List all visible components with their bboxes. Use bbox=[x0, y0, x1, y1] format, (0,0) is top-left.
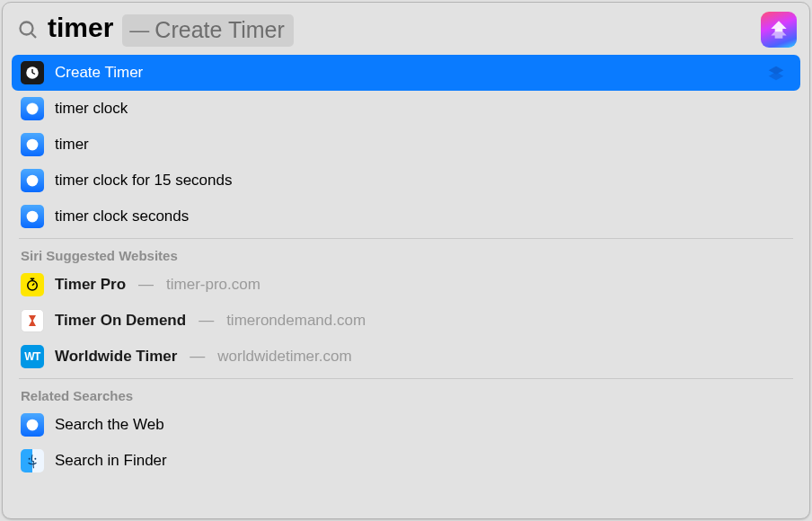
shortcuts-app-icon[interactable] bbox=[761, 12, 797, 48]
result-label: timer clock for 15 seconds bbox=[55, 172, 232, 190]
clock-icon bbox=[21, 61, 44, 84]
divider bbox=[19, 378, 793, 379]
result-suggestion[interactable]: timer clock seconds bbox=[12, 199, 800, 234]
result-website[interactable]: WT Worldwide Timer — worldwidetimer.com bbox=[12, 339, 800, 375]
dash: — bbox=[190, 348, 205, 366]
result-create-timer[interactable]: Create Timer bbox=[12, 55, 800, 91]
results-list: Create Timer timer clock timer bbox=[3, 55, 809, 518]
search-completion-pill[interactable]: — Create Timer bbox=[122, 14, 293, 47]
safari-icon bbox=[21, 413, 44, 437]
result-website[interactable]: Timer Pro — timer-pro.com bbox=[12, 267, 800, 303]
svg-line-1 bbox=[31, 33, 36, 38]
result-label: Create Timer bbox=[55, 64, 143, 82]
safari-icon bbox=[21, 169, 44, 192]
result-label: timer clock bbox=[55, 100, 128, 118]
hourglass-icon bbox=[21, 309, 44, 332]
completion-label: Create Timer bbox=[154, 17, 284, 43]
search-icon bbox=[15, 17, 40, 42]
svg-point-9 bbox=[27, 211, 39, 223]
website-domain: worldwidetimer.com bbox=[217, 348, 351, 366]
section-header-websites: Siri Suggested Websites bbox=[12, 243, 800, 267]
dash: — bbox=[138, 276, 154, 294]
safari-icon bbox=[21, 97, 44, 120]
website-domain: timer-pro.com bbox=[166, 276, 260, 294]
svg-line-13 bbox=[32, 284, 34, 286]
svg-point-14 bbox=[27, 419, 39, 431]
svg-point-15 bbox=[29, 458, 31, 460]
dash: — bbox=[199, 312, 214, 330]
result-label: timer clock seconds bbox=[55, 208, 189, 225]
result-suggestion[interactable]: timer clock bbox=[12, 91, 800, 127]
shortcuts-layers-icon bbox=[766, 63, 786, 83]
section-header-related: Related Searches bbox=[12, 383, 800, 407]
safari-icon bbox=[21, 133, 44, 156]
website-title: Worldwide Timer bbox=[55, 348, 177, 366]
wt-icon: WT bbox=[21, 345, 44, 368]
svg-point-16 bbox=[34, 458, 36, 460]
finder-icon bbox=[21, 449, 44, 472]
website-domain: timerondemand.com bbox=[226, 312, 366, 330]
divider bbox=[19, 238, 793, 239]
website-title: Timer On Demend bbox=[55, 312, 186, 330]
search-input-wrap[interactable]: timer — Create Timer bbox=[48, 13, 752, 48]
spotlight-window: timer — Create Timer Create Timer bbox=[2, 2, 810, 519]
svg-point-8 bbox=[27, 175, 39, 187]
search-bar: timer — Create Timer bbox=[3, 3, 809, 55]
result-search-web[interactable]: Search the Web bbox=[12, 407, 800, 443]
stopwatch-icon bbox=[21, 273, 44, 296]
result-label: Search in Finder bbox=[55, 452, 167, 470]
website-title: Timer Pro bbox=[55, 276, 126, 294]
result-suggestion[interactable]: timer clock for 15 seconds bbox=[12, 163, 800, 199]
safari-icon bbox=[21, 205, 44, 228]
result-suggestion[interactable]: timer bbox=[12, 127, 800, 163]
result-label: timer bbox=[55, 136, 89, 154]
svg-point-7 bbox=[27, 139, 39, 151]
result-website[interactable]: Timer On Demend — timerondemand.com bbox=[12, 303, 800, 339]
completion-dash: — bbox=[129, 19, 149, 42]
svg-point-0 bbox=[21, 22, 33, 35]
result-label: Search the Web bbox=[55, 416, 164, 434]
result-search-finder[interactable]: Search in Finder bbox=[12, 443, 800, 479]
search-query-text: timer bbox=[48, 13, 113, 43]
